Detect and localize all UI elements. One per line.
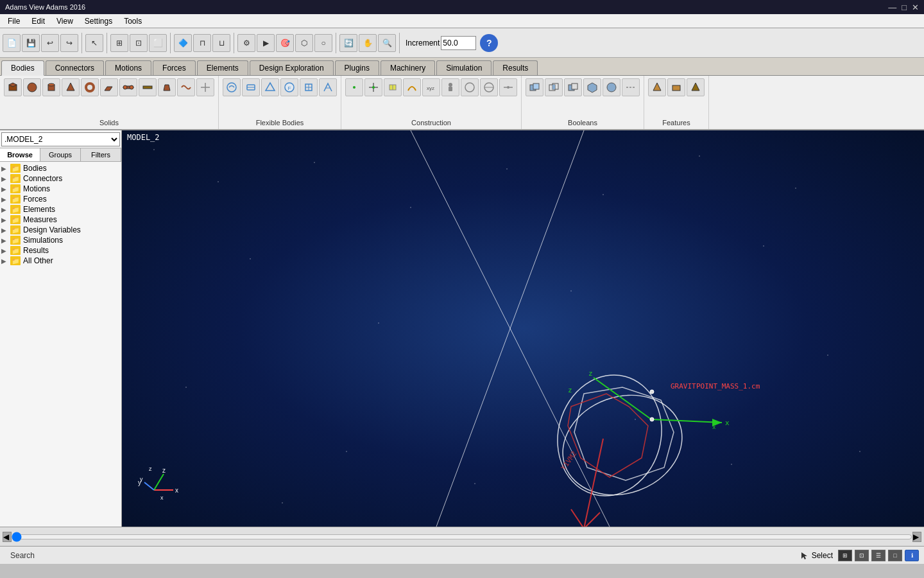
- const-c1-icon[interactable]: [461, 78, 479, 96]
- statusbar-render-btn[interactable]: □: [888, 550, 902, 561]
- tree-item-results[interactable]: ▶ 📁 Results: [1, 245, 120, 256]
- tab-elements[interactable]: Elements: [197, 60, 248, 75]
- panel-tab-groups[interactable]: Groups: [40, 148, 81, 161]
- parts-btn[interactable]: ⚙: [237, 34, 255, 52]
- solid-plate-icon[interactable]: [139, 78, 157, 96]
- sim-btn[interactable]: ▶: [257, 34, 275, 52]
- feat-icon-2[interactable]: [667, 78, 685, 96]
- tab-simulation[interactable]: Simulation: [436, 60, 492, 75]
- increment-input[interactable]: [441, 36, 476, 50]
- const-c2-icon[interactable]: [480, 78, 498, 96]
- tree-item-forces[interactable]: ▶ 📁 Forces: [1, 194, 120, 204]
- flex-icon-4[interactable]: F: [280, 78, 298, 96]
- view-top-btn[interactable]: ⊓: [193, 34, 211, 52]
- tab-plugins[interactable]: Plugins: [335, 60, 379, 75]
- solid-torus-icon[interactable]: [81, 78, 99, 96]
- viewport[interactable]: MODEL_2: [122, 130, 924, 527]
- select-arrow-btn[interactable]: ↖: [85, 34, 103, 52]
- tree-item-all-other[interactable]: ▶ 📁 All Other: [1, 256, 120, 266]
- feat-icon-3[interactable]: [687, 78, 705, 96]
- tab-bodies[interactable]: Bodies: [1, 60, 44, 76]
- tree-item-bodies[interactable]: ▶ 📁 Bodies: [1, 163, 120, 173]
- flex-icon-5[interactable]: [300, 78, 318, 96]
- menu-tools[interactable]: Tools: [119, 15, 147, 27]
- view3d-btn[interactable]: 🔷: [174, 34, 192, 52]
- statusbar-snap-btn[interactable]: ⊡: [855, 550, 869, 561]
- select-box-btn[interactable]: ⊡: [130, 34, 148, 52]
- solid-box-icon[interactable]: [4, 78, 22, 96]
- tree-item-elements[interactable]: ▶ 📁 Elements: [1, 204, 120, 215]
- select-all-btn[interactable]: ⊞: [110, 34, 128, 52]
- solid-cone-icon[interactable]: [62, 78, 80, 96]
- help-button[interactable]: ?: [480, 34, 498, 52]
- tree-item-connectors[interactable]: ▶ 📁 Connectors: [1, 173, 120, 184]
- const-body-icon[interactable]: [384, 78, 402, 96]
- orbit-btn[interactable]: ○: [314, 34, 332, 52]
- tab-results[interactable]: Results: [493, 60, 538, 75]
- maximize-btn[interactable]: □: [902, 3, 907, 12]
- scroll-right-btn[interactable]: ▶: [912, 532, 921, 542]
- tab-design-exploration[interactable]: Design Exploration: [250, 60, 334, 75]
- flex-icon-6[interactable]: [319, 78, 337, 96]
- solid-extrude-icon[interactable]: [100, 78, 118, 96]
- bool-chain-icon[interactable]: [622, 78, 640, 96]
- solid-marker-icon[interactable]: [196, 78, 214, 96]
- scroll-left-btn[interactable]: ◀: [3, 532, 12, 542]
- svg-rect-44: [552, 85, 555, 89]
- const-point-icon[interactable]: [345, 78, 363, 96]
- minimize-btn[interactable]: —: [888, 3, 896, 12]
- render-btn[interactable]: 🎯: [276, 34, 294, 52]
- close-btn[interactable]: ✕: [912, 3, 919, 12]
- const-marker-icon[interactable]: [364, 78, 382, 96]
- view-front-btn[interactable]: ⊔: [212, 34, 230, 52]
- new-btn[interactable]: 📄: [3, 34, 21, 52]
- const-person-icon[interactable]: [441, 78, 459, 96]
- const-xyz-icon[interactable]: xyz: [422, 78, 440, 96]
- tab-connectors[interactable]: Connectors: [46, 60, 104, 75]
- solid-cylinder-icon[interactable]: [42, 78, 60, 96]
- titlebar-controls[interactable]: — □ ✕: [888, 3, 919, 12]
- tree-item-simulations[interactable]: ▶ 📁 Simulations: [1, 235, 120, 245]
- undo-btn[interactable]: ↩: [41, 34, 59, 52]
- horizontal-scrollbar[interactable]: [12, 532, 912, 541]
- flex-icon-1[interactable]: [223, 78, 241, 96]
- zoom-btn[interactable]: 🔍: [378, 34, 396, 52]
- bool-subtract-icon[interactable]: [564, 78, 582, 96]
- feat-icon-1[interactable]: [648, 78, 666, 96]
- const-chain-icon[interactable]: [499, 78, 517, 96]
- solid-cable-icon[interactable]: [177, 78, 195, 96]
- tree-item-measures[interactable]: ▶ 📁 Measures: [1, 215, 120, 225]
- const-arc-icon[interactable]: [403, 78, 421, 96]
- bool-intersect-icon[interactable]: [545, 78, 563, 96]
- solid-link-icon[interactable]: [119, 78, 137, 96]
- panel-tab-browse[interactable]: Browse: [0, 148, 40, 161]
- menu-view[interactable]: View: [51, 15, 78, 27]
- menu-edit[interactable]: Edit: [26, 15, 50, 27]
- solid-sphere-icon[interactable]: [23, 78, 41, 96]
- select-window-btn[interactable]: ⬜: [149, 34, 167, 52]
- redo-btn[interactable]: ↪: [60, 34, 78, 52]
- solid-frustum-icon[interactable]: [158, 78, 176, 96]
- statusbar-grid-btn[interactable]: ⊞: [838, 550, 852, 561]
- bool-union-icon[interactable]: [526, 78, 543, 96]
- tree-item-motions[interactable]: ▶ 📁 Motions: [1, 184, 120, 194]
- flex-icon-3[interactable]: [261, 78, 279, 96]
- menu-settings[interactable]: Settings: [80, 15, 117, 27]
- panel-tab-filters[interactable]: Filters: [81, 148, 121, 161]
- statusbar-info-btn[interactable]: ℹ: [905, 550, 919, 561]
- statusbar-layer-btn[interactable]: ☰: [871, 550, 886, 561]
- menu-file[interactable]: File: [3, 15, 25, 27]
- bool-solid2-icon[interactable]: [603, 78, 620, 96]
- tree-item-design-vars[interactable]: ▶ 📁 Design Variables: [1, 225, 120, 235]
- pan-btn[interactable]: ✋: [359, 34, 377, 52]
- save-btn[interactable]: 💾: [22, 34, 40, 52]
- flex-icon-2[interactable]: [242, 78, 260, 96]
- wire-btn[interactable]: ⬡: [295, 34, 313, 52]
- rotate-btn[interactable]: 🔄: [339, 34, 357, 52]
- select-mode-btn[interactable]: Select: [800, 551, 833, 560]
- bool-solid1-icon[interactable]: [583, 78, 601, 96]
- model-dropdown[interactable]: .MODEL_2: [1, 132, 120, 146]
- tab-forces[interactable]: Forces: [153, 60, 196, 75]
- tab-machinery[interactable]: Machinery: [381, 60, 435, 75]
- tab-motions[interactable]: Motions: [105, 60, 151, 75]
